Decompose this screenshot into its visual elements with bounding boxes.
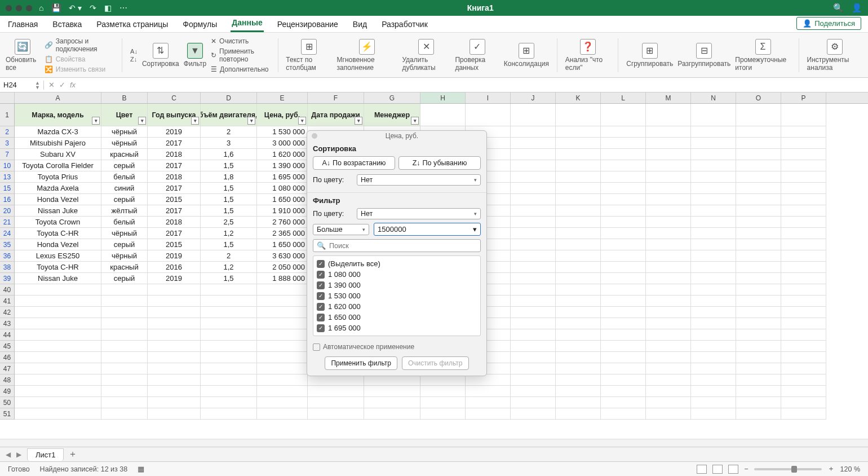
cell[interactable]: 2019 (148, 250, 201, 262)
column-header-C[interactable]: C (148, 92, 201, 103)
cell[interactable]: 2017 (148, 160, 201, 171)
column-header-G[interactable]: G (364, 92, 420, 103)
row-header[interactable]: 15 (0, 183, 15, 194)
tab-home[interactable]: Главная (7, 17, 39, 32)
data-validation-button[interactable]: ✓Проверка данных (455, 39, 499, 72)
filter-value-item[interactable]: ✓1 620 000 (317, 301, 477, 312)
cell[interactable]: 1,8 (201, 171, 257, 183)
cell[interactable]: 2015 (148, 194, 201, 205)
whatif-button[interactable]: ❓Анализ "что если" (565, 39, 610, 72)
filter-condition-select[interactable]: Больше▾ (313, 224, 369, 235)
row-header[interactable]: 35 (0, 239, 15, 250)
cell[interactable]: 1 390 000 (257, 160, 308, 171)
sheet-nav-prev[interactable]: ◀ (6, 451, 11, 459)
cell[interactable]: 2019 (148, 273, 201, 284)
cell[interactable]: 2017 (148, 138, 201, 149)
properties-button[interactable]: 📋 Свойства (45, 55, 114, 63)
filter-dropdown-icon[interactable]: ▾ (411, 117, 419, 125)
row-header[interactable]: 21 (0, 217, 15, 228)
cell[interactable]: 2019 (148, 126, 201, 138)
cell[interactable]: 2015 (148, 239, 201, 250)
cell[interactable]: 2018 (148, 149, 201, 160)
filter-value-item[interactable]: ✓1 080 000 (317, 269, 477, 280)
row-header[interactable]: 7 (0, 149, 15, 160)
cell[interactable]: 1,5 (201, 205, 257, 217)
row-header[interactable]: 10 (0, 160, 15, 171)
row-header[interactable]: 44 (0, 329, 15, 341)
cell[interactable]: Mazda CX-3 (15, 126, 101, 138)
name-box[interactable]: H24▲▼ (0, 81, 44, 90)
sort-asc-button[interactable]: A↓ По возрастанию (313, 156, 395, 170)
cell[interactable]: серый (101, 160, 148, 171)
row-header[interactable]: 24 (0, 228, 15, 239)
row-header[interactable]: 36 (0, 250, 15, 262)
filter-search-input[interactable] (329, 242, 477, 250)
row-header[interactable]: 50 (0, 397, 15, 408)
analysis-tools-button[interactable]: ⚙Инструменты анализа (807, 39, 862, 72)
tab-developer[interactable]: Разработчик (380, 17, 429, 32)
text-to-columns-button[interactable]: ⊞Текст по столбцам (286, 39, 332, 72)
cell[interactable]: 2 050 000 (257, 262, 308, 273)
column-header-D[interactable]: D (201, 92, 257, 103)
cell[interactable]: Nissan Juke (15, 273, 101, 284)
tab-layout[interactable]: Разметка страницы (95, 17, 169, 32)
cell[interactable]: белый (101, 171, 148, 183)
queries-button[interactable]: 🔗 Запросы и подключения (45, 37, 114, 53)
row-header[interactable]: 46 (0, 352, 15, 363)
sheet-nav-next[interactable]: ▶ (16, 451, 21, 459)
row-header[interactable]: 49 (0, 386, 15, 397)
cell[interactable]: 1,5 (201, 183, 257, 194)
ungroup-button[interactable]: ⊟Разгруппировать (677, 43, 730, 68)
auto-apply-checkbox[interactable]: Автоматическое применение (313, 343, 481, 351)
consolidate-button[interactable]: ⊞Консолидация (504, 43, 549, 68)
column-header-F[interactable]: F (308, 92, 364, 103)
tab-review[interactable]: Рецензирование (276, 17, 339, 32)
cell[interactable]: Toyota C-HR (15, 228, 101, 239)
cell[interactable]: жёлтый (101, 205, 148, 217)
cell[interactable]: Nissan Juke (15, 205, 101, 217)
row-header[interactable]: 51 (0, 408, 15, 420)
filter-value-item[interactable]: ✓1 390 000 (317, 280, 477, 290)
search-icon[interactable]: 🔍 (833, 3, 844, 13)
column-header-B[interactable]: B (101, 92, 148, 103)
zoom-slider[interactable] (754, 468, 822, 470)
column-header-N[interactable]: N (691, 92, 736, 103)
sort-asc-icon[interactable]: A↓ (130, 48, 138, 55)
add-sheet-button[interactable]: ＋ (68, 448, 77, 460)
flash-fill-button[interactable]: ⚡Мгновенное заполнение (337, 39, 398, 72)
cell[interactable]: 1,5 (201, 160, 257, 171)
sort-desc-button[interactable]: Z↓ По убыванию (398, 156, 481, 170)
column-header-J[interactable]: J (511, 92, 556, 103)
cell[interactable]: 2017 (148, 183, 201, 194)
filter-value-item[interactable]: ✓1 530 000 (317, 290, 477, 301)
row-header[interactable]: 2 (0, 126, 15, 138)
cell[interactable]: Lexus ES250 (15, 250, 101, 262)
cell[interactable]: 2 (201, 250, 257, 262)
tab-view[interactable]: Вид (352, 17, 368, 32)
save-icon[interactable]: 💾 (51, 3, 61, 12)
sheet-tab[interactable]: Лист1 (27, 448, 64, 461)
cell[interactable]: 2 (201, 126, 257, 138)
confirm-icon[interactable]: ✓ (59, 81, 65, 89)
row-header[interactable]: 47 (0, 363, 15, 374)
page-layout-view-button[interactable] (712, 465, 723, 474)
cell[interactable]: Mitsubishi Pajero (15, 138, 101, 149)
cell[interactable]: Toyota Corolla Fielder (15, 160, 101, 171)
cell[interactable]: серый (101, 239, 148, 250)
cell[interactable]: Honda Vezel (15, 194, 101, 205)
cell[interactable]: Honda Vezel (15, 239, 101, 250)
row-header[interactable]: 48 (0, 374, 15, 386)
column-header-P[interactable]: P (781, 92, 826, 103)
cell[interactable]: белый (101, 217, 148, 228)
filter-value-item[interactable]: ✓1 650 000 (317, 312, 477, 323)
share-button[interactable]: 👤 Поделиться (796, 17, 861, 30)
cell[interactable]: чёрный (101, 138, 148, 149)
row-header[interactable]: 43 (0, 318, 15, 329)
cell[interactable]: 3 000 000 (257, 138, 308, 149)
filter-search[interactable]: 🔍 (313, 239, 481, 252)
group-button[interactable]: ⊞Сгруппировать (626, 43, 673, 68)
cell[interactable]: синий (101, 183, 148, 194)
filter-dropdown-icon[interactable]: ▾ (298, 117, 306, 125)
home-icon[interactable]: ⌂ (39, 3, 43, 12)
cell[interactable]: 1,2 (201, 228, 257, 239)
